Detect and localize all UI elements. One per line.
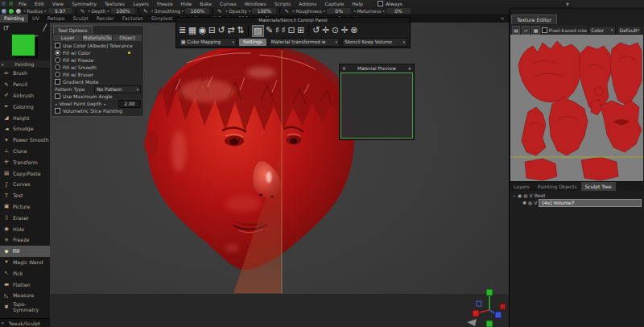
pen-pressure-icon[interactable]: ✎ — [284, 8, 288, 14]
pen-pressure-icon[interactable]: ✎ — [217, 8, 221, 14]
metalness-control[interactable]: ◂Metalness▸ 0% — [353, 8, 411, 14]
collapse-icon[interactable]: − — [512, 192, 516, 198]
menu-scripts[interactable]: Scripts — [270, 1, 295, 6]
roughness-value[interactable]: 0% — [327, 8, 351, 14]
texture-editor-tab[interactable]: Texture Editor — [511, 14, 557, 24]
swap-horizontal-icon[interactable]: ⇄ — [227, 24, 234, 37]
visibility-eye-icon[interactable]: ◉ — [518, 192, 522, 198]
radius-control[interactable]: ◂Radius▸ 5.97 — [23, 8, 72, 14]
tool-magic-wand[interactable]: ✶Magic Wand — [0, 257, 50, 268]
menu-bake[interactable]: Bake — [196, 1, 216, 6]
tab-uv[interactable]: UV — [28, 14, 43, 23]
tool-curves[interactable]: ∫Curves — [0, 179, 50, 190]
stencil-mode-select[interactable]: Stencil Keep Volume ▾ — [342, 38, 407, 47]
tab-factures[interactable]: Factures — [118, 14, 147, 23]
grid-icon[interactable]: ▦ — [188, 24, 196, 37]
rotate-ccw-icon[interactable]: ↺ — [217, 24, 225, 37]
depth-control[interactable]: ◂Depth▸ 100% — [88, 8, 135, 14]
menu-addons[interactable]: Addons — [295, 1, 320, 6]
radio[interactable] — [55, 64, 60, 70]
fill-with-color-radio[interactable]: Fill w/ Color — [52, 49, 143, 56]
mode-object-button[interactable]: Object — [113, 35, 142, 41]
menu-layers[interactable]: Layers — [129, 1, 153, 6]
copy-icon[interactable]: ⊡ — [287, 24, 295, 37]
close-icon[interactable]: × — [501, 15, 505, 22]
sidebar-section-painting[interactable]: ▾ Painting — [0, 60, 50, 68]
uv-texture-canvas[interactable] — [510, 35, 643, 181]
lock-icon[interactable]: ⊟ — [208, 24, 216, 37]
tool-text[interactable]: TText — [0, 190, 50, 201]
tune-sliders-icon[interactable]: ≣ — [179, 24, 186, 37]
tree-volume-row[interactable]: ✱ ◍ V [4x] Volume7 — [510, 199, 644, 206]
folder-icon[interactable]: ▱ — [522, 26, 530, 35]
pin-icon[interactable]: + — [407, 66, 411, 71]
text-cursor-icon[interactable]: ⟨T — [3, 25, 9, 31]
menu-capture[interactable]: Capture — [320, 1, 348, 6]
depth-value[interactable]: 100% — [111, 8, 135, 14]
radio-selected[interactable] — [55, 50, 60, 56]
view-mode-select[interactable]: Default ▾ — [617, 26, 642, 35]
tool-topo-symmetry[interactable]: ✖Topo-Symmetry — [0, 301, 50, 313]
tool-smudge[interactable]: ◄Smudge — [0, 123, 50, 135]
material-mode-select[interactable]: Material transformed w ▾ — [269, 38, 340, 47]
primary-color-swatch[interactable] — [11, 34, 35, 56]
menu-help[interactable]: Help — [348, 1, 367, 6]
always-dropdown[interactable]: Always ▼ — [375, 1, 572, 7]
move-icon[interactable]: ✛ — [322, 24, 329, 37]
zoom-icon[interactable]: ⊙ — [332, 24, 339, 37]
tool-pencil[interactable]: ✎Pencil — [0, 79, 50, 90]
shader-sphere-icon[interactable]: ◍ — [523, 192, 527, 198]
tool-height[interactable]: ◢Height — [0, 112, 50, 123]
tab-sculpt-tree[interactable]: Sculpt Tree — [581, 182, 616, 191]
tool-options-tab[interactable]: Tool Options — [53, 26, 93, 34]
chevron-down-icon[interactable]: ▼ — [566, 2, 569, 6]
menu-windows[interactable]: Windows — [241, 1, 270, 6]
material-orb-icon[interactable] — [16, 9, 21, 14]
tool-hide[interactable]: ◉Hide — [0, 223, 50, 234]
pen-pressure-icon[interactable]: ✎ — [143, 8, 147, 14]
tab-render[interactable]: Render — [93, 14, 118, 23]
mode-layer-button[interactable]: Layer — [53, 35, 82, 41]
new-texture-icon[interactable]: ▤ — [512, 26, 520, 35]
tab-simplest[interactable]: Simplest — [147, 14, 177, 23]
tab-painting-objects[interactable]: Painting Objects — [534, 182, 581, 191]
tab-painting[interactable]: Painting — [0, 14, 28, 23]
tab-sculpt[interactable]: Sculpt — [68, 14, 92, 23]
volume-name-field[interactable]: [4x] Volume7 — [539, 199, 642, 207]
channel-select[interactable]: Color ▾ — [588, 26, 615, 35]
opacity-control[interactable]: ◂Opacity▸ 100% — [225, 8, 277, 14]
material-preview-area[interactable] — [340, 72, 414, 139]
volumetric-slice-row[interactable]: Volumetric Slice Painting — [52, 107, 143, 114]
opacity-value[interactable]: 100% — [252, 8, 276, 14]
fill-with-smooth-radio[interactable]: Fill w/ Smooth — [52, 64, 143, 71]
pixel-based-checkbox[interactable] — [542, 27, 547, 33]
tool-power-smooth[interactable]: ✦Power Smooth — [0, 135, 50, 146]
tool-copy-paste[interactable]: ▤Copy/Paste — [0, 168, 50, 179]
voxel-mode-icon[interactable]: V — [534, 200, 537, 205]
tool-transform[interactable]: ✛Transform — [0, 156, 50, 168]
menu-edit[interactable]: Edit — [31, 1, 48, 6]
mode-materials-button[interactable]: Materials/Sur — [83, 35, 112, 41]
metalness-value[interactable]: 0% — [386, 8, 411, 14]
pen-pressure-icon[interactable]: ✎ — [80, 8, 85, 14]
fill-with-eraser-radio[interactable]: Fill w/ Eraser — [52, 71, 143, 78]
reset-rotation-icon[interactable]: ↺ — [312, 24, 320, 37]
grid-snap-icon[interactable]: ♯ — [275, 24, 279, 37]
checkbox[interactable] — [55, 93, 60, 99]
sphere-preview-icon[interactable] — [2, 9, 6, 14]
menu-view[interactable]: View — [48, 1, 68, 6]
menu-symmetry[interactable]: Symmetry — [68, 1, 101, 6]
color-orb-icon[interactable] — [9, 9, 14, 14]
swap-vertical-icon[interactable]: ⇅ — [237, 24, 244, 37]
fill-with-freeze-radio[interactable]: Fill w/ Freeze — [52, 56, 143, 64]
eye-icon[interactable]: ◉ — [199, 24, 207, 37]
tab-layers[interactable]: Layers — [510, 182, 534, 191]
reset-transform-icon[interactable]: ⊗ — [350, 24, 357, 37]
grid-view-icon[interactable]: ▦ — [531, 26, 539, 35]
checkbox[interactable] — [55, 79, 60, 85]
use-color-tolerance-row[interactable]: Use Color [Albedo] Tolerance — [52, 42, 143, 49]
use-maximum-angle-row[interactable]: Use Maximum Angle — [52, 93, 143, 100]
ghost-toggle-icon[interactable]: ✱ — [522, 200, 526, 205]
radio[interactable] — [55, 72, 60, 77]
tool-eraser[interactable]: ◊Eraser — [0, 212, 50, 223]
